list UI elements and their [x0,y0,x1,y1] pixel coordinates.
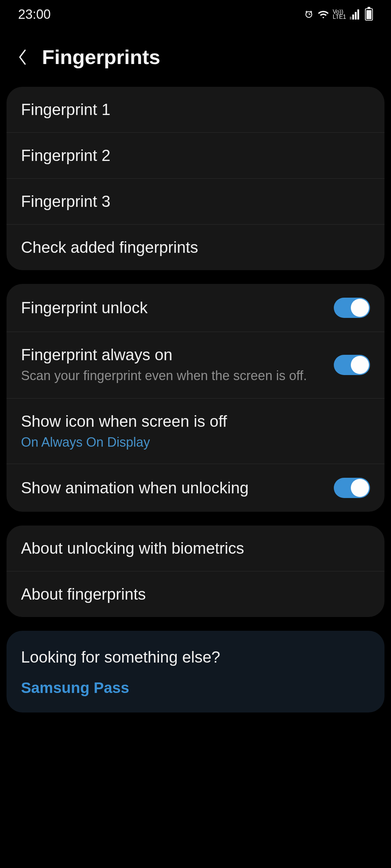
show-icon-screen-off-item[interactable]: Show icon when screen is off On Always O… [7,399,384,464]
fingerprint-1-item[interactable]: Fingerprint 1 [7,87,384,133]
item-label: Check added fingerprints [21,238,198,256]
footer-card: Looking for something else? Samsung Pass [7,631,384,712]
item-label: About unlocking with biometrics [21,539,244,557]
fingerprint-always-on-toggle[interactable] [334,355,370,375]
about-biometrics-item[interactable]: About unlocking with biometrics [7,526,384,571]
item-subtitle: Scan your fingerprint even when the scre… [21,367,327,384]
page-header: Fingerprints [0,29,391,87]
item-label: Fingerprint unlock [21,299,327,317]
status-icons: Vo)) LTE1 [304,8,373,21]
item-label: Show animation when unlocking [21,479,327,497]
lte-indicator: Vo)) LTE1 [333,9,346,20]
fingerprint-3-item[interactable]: Fingerprint 3 [7,179,384,225]
fingerprint-unlock-item[interactable]: Fingerprint unlock [7,284,384,332]
fingerprint-unlock-toggle[interactable] [334,298,370,318]
item-label: Fingerprint always on [21,346,327,364]
footer-title: Looking for something else? [21,648,370,666]
check-added-fingerprints-item[interactable]: Check added fingerprints [7,225,384,270]
item-label: Fingerprint 1 [21,101,110,119]
alarm-icon [304,9,314,20]
about-card: About unlocking with biometrics About fi… [7,526,384,617]
item-label: Fingerprint 2 [21,146,110,165]
page-title: Fingerprints [42,45,160,69]
status-bar: 23:00 Vo)) LTE1 [0,0,391,29]
fingerprint-always-on-item[interactable]: Fingerprint always on Scan your fingerpr… [7,332,384,399]
samsung-pass-link[interactable]: Samsung Pass [21,679,370,697]
battery-icon [363,8,373,21]
signal-icon [350,9,359,20]
show-animation-toggle[interactable] [334,478,370,498]
back-button[interactable] [14,49,30,65]
status-time: 23:00 [18,7,51,22]
item-label: About fingerprints [21,585,146,603]
item-label: Show icon when screen is off [21,412,370,430]
item-label: Fingerprint 3 [21,192,110,210]
fingerprint-list-card: Fingerprint 1 Fingerprint 2 Fingerprint … [7,87,384,270]
item-subtitle-link: On Always On Display [21,435,370,450]
fingerprint-settings-card: Fingerprint unlock Fingerprint always on… [7,284,384,512]
show-animation-unlock-item[interactable]: Show animation when unlocking [7,464,384,512]
about-fingerprints-item[interactable]: About fingerprints [7,571,384,617]
wifi-icon [318,9,329,20]
fingerprint-2-item[interactable]: Fingerprint 2 [7,133,384,179]
